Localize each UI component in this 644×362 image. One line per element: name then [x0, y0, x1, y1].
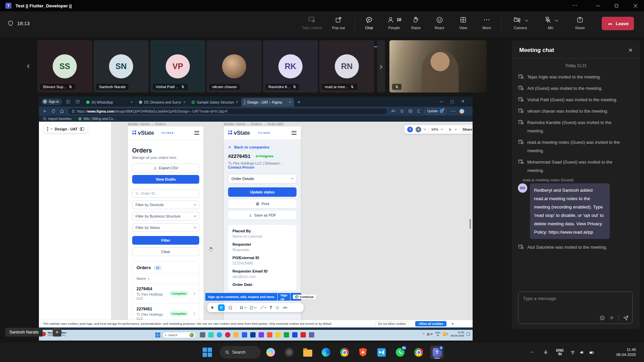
back-icon[interactable]: [43, 109, 47, 113]
teams-taskbar-icon[interactable]: T 1: [430, 346, 444, 359]
app-icon-dark[interactable]: [282, 346, 296, 359]
back-to-companies-link[interactable]: Back to companies: [228, 145, 297, 149]
filter-button[interactable]: Filter: [132, 236, 199, 245]
file-explorer-icon[interactable]: [301, 346, 314, 359]
order-detail-frame[interactable]: vState FILINGS Back to companies #227645…: [224, 126, 301, 320]
export-csv-button[interactable]: Export CSV: [132, 164, 199, 172]
chat-message-input[interactable]: Type a message: [518, 292, 633, 324]
participant-tile[interactable]: VP Vishal Patil ...: [150, 40, 205, 93]
text-tool-icon[interactable]: T: [270, 305, 272, 310]
share-button[interactable]: Share: [570, 15, 590, 33]
filmstrip-next-icon[interactable]: ›: [377, 40, 385, 93]
chevron-down-icon[interactable]: [424, 128, 426, 130]
titlebar-more-icon[interactable]: ⋯: [572, 2, 578, 8]
copilot-icon[interactable]: [460, 109, 464, 114]
zoom-level[interactable]: 94%: [431, 127, 438, 131]
copilot-app-icon[interactable]: [264, 346, 277, 359]
chrome-icon[interactable]: [338, 346, 351, 359]
participant-tile[interactable]: SN Santosh Narate: [94, 40, 149, 93]
chevron-down-icon[interactable]: [454, 128, 457, 130]
filter-domicile-select[interactable]: Filter by Domicile: [132, 200, 199, 209]
home-icon[interactable]: [60, 109, 64, 113]
pen-tool[interactable]: [260, 306, 266, 310]
shared-search-box[interactable]: Search: [162, 332, 196, 338]
chat-close-icon[interactable]: ✕: [628, 47, 633, 53]
shape-tool[interactable]: [250, 306, 256, 310]
name-column-header[interactable]: Name: [132, 274, 199, 283]
tray-chevron-icon[interactable]: ^: [423, 333, 424, 336]
contact-person-link[interactable]: Contact-Person: [228, 165, 254, 169]
deny-cookies-button[interactable]: Do not allow cookies: [375, 321, 409, 326]
favorite-star-icon[interactable]: [400, 109, 404, 113]
mic-chevron-icon[interactable]: [555, 18, 558, 21]
language-indicator[interactable]: ENGIN: [556, 343, 564, 362]
people-button[interactable]: 10 People: [382, 15, 406, 33]
browser-update-button[interactable]: Update: [424, 108, 446, 114]
print-button[interactable]: Print: [228, 199, 297, 208]
collaborator-avatar[interactable]: S: [407, 127, 413, 132]
send-icon[interactable]: [623, 315, 629, 321]
tab-close-icon[interactable]: ✕: [130, 101, 133, 104]
clear-button[interactable]: Clear: [132, 247, 199, 256]
browser-close-icon[interactable]: ✕: [458, 97, 468, 106]
tab-close-icon[interactable]: ✕: [183, 101, 186, 104]
update-status-button[interactable]: Update status: [228, 187, 297, 197]
clock[interactable]: 11:40 08-04-2025: [607, 343, 636, 362]
start-icon[interactable]: [155, 333, 160, 338]
vertical-tabs-icon[interactable]: [75, 99, 81, 105]
hamburger-menu-icon[interactable]: [291, 131, 297, 135]
browser-menu-icon[interactable]: ⋯: [450, 108, 456, 114]
tab-dc-divisions[interactable]: DC Divisions and Surroundings✕: [136, 98, 189, 107]
view-drafts-button[interactable]: View Drafts: [132, 175, 199, 184]
participant-tile[interactable]: SS Shivani Sup...: [37, 40, 92, 93]
order-id-search-input[interactable]: Order ID: [132, 189, 199, 198]
orders-frame[interactable]: vState FILINGS Orders Manage all your or…: [128, 126, 204, 320]
start-button[interactable]: [203, 348, 212, 357]
signup-button[interactable]: Sign up: [277, 293, 290, 301]
allow-cookies-button[interactable]: Allow all cookies: [415, 321, 446, 326]
shared-tray[interactable]: ^ ▤ ⟳ ENGIN 🛜? 11:4008-04-2025: [423, 331, 470, 338]
camera-button[interactable]: Camera: [506, 15, 535, 33]
maximize-button[interactable]: [609, 0, 624, 11]
shared-taskbar-icons[interactable]: [200, 332, 314, 338]
tray-chevron-icon[interactable]: [530, 343, 534, 362]
bills-bookmark-link[interactable]: Bills | Billing and Co...: [84, 117, 116, 121]
hand-tool-icon[interactable]: [218, 304, 225, 311]
google-continue-button[interactable]: Continue: [293, 295, 316, 299]
browser-signin-button[interactable]: Sign in: [42, 99, 62, 105]
tray-mic-icon[interactable]: [543, 343, 548, 362]
minimize-button[interactable]: [590, 0, 605, 11]
pop-out-button[interactable]: Pop out: [327, 15, 350, 33]
taskbar-search[interactable]: Search: [220, 346, 261, 358]
tab-figma-active[interactable]: Design - UAT – Figma✕: [241, 98, 294, 107]
emoji-icon[interactable]: [599, 315, 605, 321]
tab-close-icon[interactable]: ✕: [236, 101, 238, 104]
filmstrip-prev-icon[interactable]: ‹: [27, 61, 30, 70]
cookie-close-icon[interactable]: ✕: [451, 322, 454, 326]
present-icon[interactable]: [448, 128, 452, 131]
frame-tool[interactable]: [239, 306, 246, 310]
address-bar[interactable]: https://www.figma.com/design/9BKQ0FOHRWa…: [68, 108, 387, 115]
chevron-down-icon[interactable]: [441, 128, 443, 130]
new-tab-icon[interactable]: +: [298, 99, 301, 105]
chrome-icon-2[interactable]: [412, 346, 425, 359]
mic-button[interactable]: Mic: [538, 15, 564, 33]
wifi-icon[interactable]: [570, 343, 575, 362]
raise-hand-button[interactable]: Raise: [405, 15, 427, 33]
tab-actions-icon[interactable]: [65, 99, 71, 105]
layout-panel-icon[interactable]: [80, 127, 84, 131]
participant-tile[interactable]: vikram chavan: [207, 40, 262, 93]
attach-plus-icon[interactable]: [609, 315, 614, 320]
browser-essentials-icon[interactable]: [408, 109, 413, 113]
dev-mode-icon[interactable]: </>: [283, 306, 287, 309]
camera-chevron-icon[interactable]: [525, 18, 528, 21]
more-button[interactable]: More: [475, 15, 498, 33]
favorites-bar-icon[interactable]: [417, 109, 421, 113]
tab-close-icon[interactable]: ✕: [289, 101, 291, 104]
save-as-pdf-button[interactable]: Save as PDF: [228, 211, 297, 220]
figma-canvas[interactable]: Mobile: Home → Orders vState FILINGS Ord…: [39, 122, 473, 320]
frame-label[interactable]: Mobile: Home → Orders → Order ABC: [224, 122, 284, 126]
vscode-icon[interactable]: [375, 346, 388, 359]
move-tool-icon[interactable]: [211, 306, 215, 310]
presenter-video-tile[interactable]: [389, 40, 487, 93]
